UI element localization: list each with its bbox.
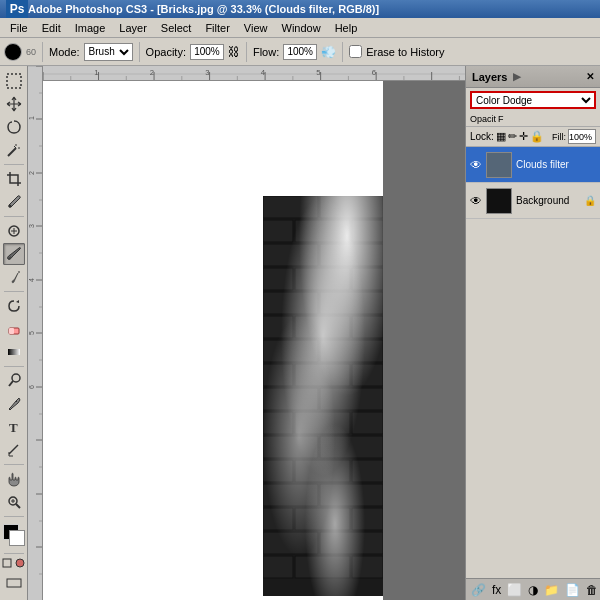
svg-line-16 <box>16 504 20 508</box>
mode-select[interactable]: Brush <box>84 43 133 61</box>
svg-text:4: 4 <box>28 278 35 282</box>
fill-input[interactable] <box>568 129 596 144</box>
svg-rect-0 <box>7 74 21 88</box>
tool-separator4 <box>4 366 24 367</box>
opacity-label: Opacity: <box>146 46 186 58</box>
dodge-tool[interactable] <box>3 370 25 392</box>
panel-close-button[interactable]: ✕ <box>586 71 594 82</box>
svg-text:1: 1 <box>94 68 98 77</box>
color-swatches[interactable] <box>3 524 25 546</box>
lock-label: Lock: <box>470 131 494 142</box>
opacity-row: Opacit F <box>466 112 600 127</box>
svg-point-12 <box>12 374 20 382</box>
marquee-tool[interactable] <box>3 70 25 92</box>
svg-text:3: 3 <box>205 68 209 77</box>
lasso-tool[interactable] <box>3 116 25 138</box>
delete-layer-button[interactable]: 🗑 <box>583 582 600 598</box>
new-group-button[interactable]: 📁 <box>541 582 562 598</box>
layer-visibility-background[interactable]: 👁 <box>470 194 482 208</box>
eyedropper-tool[interactable] <box>3 191 25 213</box>
menu-window[interactable]: Window <box>276 21 327 35</box>
airbrush-icon: 💨 <box>321 45 336 59</box>
layer-name-background: Background <box>516 195 580 206</box>
brush-preview[interactable] <box>4 43 22 61</box>
layers-panel-header: Layers ▶ ✕ <box>466 66 600 88</box>
layer-link-button[interactable]: 🔗 <box>468 582 489 598</box>
svg-rect-50 <box>43 66 465 81</box>
lock-position-icon[interactable]: ✛ <box>519 130 528 143</box>
layer-style-button[interactable]: fx <box>489 582 504 598</box>
options-bar: 60 Mode: Brush Opacity: ⛓ Flow: 💨 Erase … <box>0 38 600 66</box>
move-tool[interactable] <box>3 93 25 115</box>
eraser-tool[interactable] <box>3 318 25 340</box>
layer-row-background[interactable]: 👁 Background 🔒 <box>466 183 600 219</box>
quick-mask-mode[interactable] <box>14 557 26 569</box>
layer-visibility-clouds[interactable]: 👁 <box>470 158 482 172</box>
menubar: File Edit Image Layer Select Filter View… <box>0 18 600 38</box>
magic-wand-tool[interactable] <box>3 139 25 161</box>
layer-mask-button[interactable]: ⬜ <box>504 582 525 598</box>
vertical-ruler: 1 2 3 4 5 6 <box>28 66 43 600</box>
layers-tab[interactable]: Layers <box>472 71 507 83</box>
svg-rect-11 <box>8 349 20 355</box>
layer-row-clouds[interactable]: 👁 Clouds filter <box>466 147 600 183</box>
gradient-tool[interactable] <box>3 341 25 363</box>
horizontal-ruler: 1 2 3 4 5 6 <box>43 66 465 81</box>
svg-point-5 <box>8 205 11 208</box>
chain-icon: ⛓ <box>228 45 240 59</box>
svg-text:5: 5 <box>316 68 320 77</box>
flow-input[interactable] <box>283 44 317 60</box>
svg-text:2: 2 <box>150 68 154 77</box>
panel-menu-icon[interactable]: ▶ <box>513 71 521 82</box>
hand-tool[interactable] <box>3 468 25 490</box>
separator4 <box>342 42 343 62</box>
separator3 <box>246 42 247 62</box>
opacity-input[interactable] <box>190 44 224 60</box>
background-lock-icon: 🔒 <box>584 195 596 206</box>
brush-size-label: 60 <box>26 47 36 57</box>
svg-text:1: 1 <box>28 116 35 120</box>
separator <box>42 42 43 62</box>
svg-line-13 <box>9 381 13 386</box>
blend-mode-row: Normal Dissolve Darken Multiply Color Bu… <box>466 88 600 112</box>
lock-transparent-icon[interactable]: ▦ <box>496 130 506 143</box>
svg-text:6: 6 <box>372 68 376 77</box>
tool-separator3 <box>4 291 24 292</box>
screen-mode[interactable] <box>3 572 25 594</box>
menu-image[interactable]: Image <box>69 21 112 35</box>
erase-history-check[interactable] <box>349 45 362 58</box>
lock-paint-icon[interactable]: ✏ <box>508 130 517 143</box>
background-color[interactable] <box>9 530 25 546</box>
text-tool[interactable]: T <box>3 416 25 438</box>
blend-mode-select[interactable]: Normal Dissolve Darken Multiply Color Bu… <box>470 91 596 109</box>
clone-stamp-tool[interactable] <box>3 266 25 288</box>
menu-filter[interactable]: Filter <box>199 21 235 35</box>
menu-select[interactable]: Select <box>155 21 198 35</box>
layer-thumbnail-background <box>486 188 512 214</box>
crop-tool[interactable] <box>3 168 25 190</box>
menu-file[interactable]: File <box>4 21 34 35</box>
menu-help[interactable]: Help <box>329 21 364 35</box>
tool-separator2 <box>4 216 24 217</box>
new-layer-button[interactable]: 📄 <box>562 582 583 598</box>
new-adjustment-button[interactable]: ◑ <box>525 582 541 598</box>
pen-tool[interactable] <box>3 393 25 415</box>
lock-all-icon[interactable]: 🔒 <box>530 130 544 143</box>
healing-brush-tool[interactable] <box>3 220 25 242</box>
menu-edit[interactable]: Edit <box>36 21 67 35</box>
svg-text:5: 5 <box>28 331 35 335</box>
brush-tool[interactable] <box>3 243 25 265</box>
document-canvas[interactable] <box>43 81 383 600</box>
path-select-tool[interactable] <box>3 439 25 461</box>
menu-layer[interactable]: Layer <box>113 21 153 35</box>
standard-mode[interactable] <box>1 557 13 569</box>
svg-text:2: 2 <box>28 171 35 175</box>
separator2 <box>139 42 140 62</box>
tool-separator <box>4 164 24 165</box>
flow-label: Flow: <box>253 46 279 58</box>
canvas-area: 1 2 3 4 5 6 <box>43 66 465 600</box>
zoom-tool[interactable] <box>3 491 25 513</box>
history-brush-tool[interactable] <box>3 295 25 317</box>
layers-panel-bottom: 🔗 fx ⬜ ◑ 📁 📄 🗑 <box>466 578 600 600</box>
menu-view[interactable]: View <box>238 21 274 35</box>
